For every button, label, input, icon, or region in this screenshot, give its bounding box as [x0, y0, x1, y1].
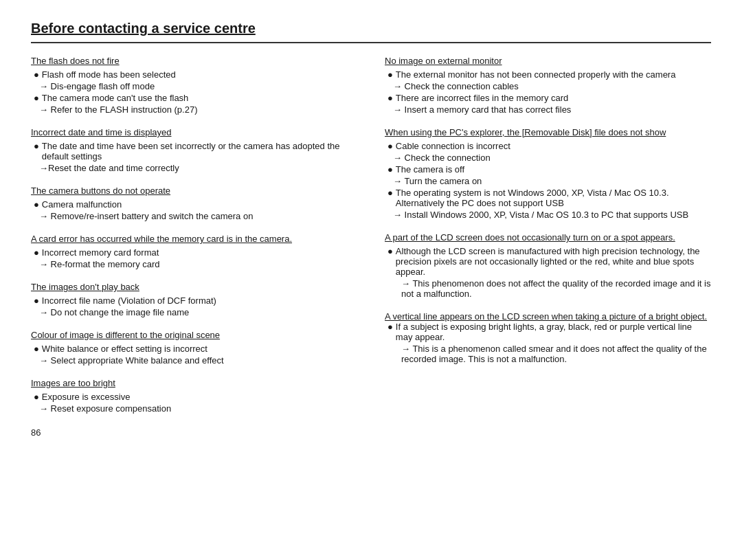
list-item: → Re-format the memory card	[31, 259, 357, 269]
item-text: Incorrect file name (Violation of DCF fo…	[42, 295, 216, 306]
item-text: The camera is off	[396, 164, 464, 175]
list-item: ●Flash off mode has been selected	[31, 69, 357, 80]
bright-title: Images are too bright	[31, 378, 357, 388]
section-colour: Colour of image is different to the orig…	[31, 330, 357, 366]
bullet-icon: ●	[387, 188, 393, 198]
item-text: Although the LCD screen is manufactured …	[396, 246, 711, 277]
section-playback: The images don't play back ●Incorrect fi…	[31, 282, 357, 317]
list-item: → Check the connection	[385, 153, 711, 163]
list-item: ●White balance or effect setting is inco…	[31, 344, 357, 354]
item-text: The operating system is not Windows 2000…	[396, 188, 711, 208]
item-text: → Remove/re-insert battery and switch th…	[39, 211, 253, 221]
list-item: → Insert a memory card that has correct …	[385, 104, 711, 115]
section-removable: When using the PC's explorer, the [Remov…	[385, 127, 711, 220]
bullet-icon: ●	[387, 141, 393, 151]
item-text: → This phenomenon does not affect the qu…	[401, 278, 710, 299]
card-error-title: A card error has occurred while the memo…	[31, 234, 357, 244]
bullet-icon: ●	[34, 344, 39, 354]
list-item: ●Camera malfunction	[31, 199, 357, 210]
list-item: ●The camera is off	[385, 164, 711, 175]
flash-title: The flash does not fire	[31, 56, 357, 66]
bullet-icon: ●	[34, 141, 39, 151]
list-item: ●Although the LCD screen is manufactured…	[385, 246, 711, 277]
list-item: ●Incorrect file name (Violation of DCF f…	[31, 295, 357, 306]
item-text: → Do not change the image file name	[39, 307, 189, 317]
item-text: → Turn the camera on	[393, 176, 482, 186]
list-item: → Refer to the FLASH instruction (p.27)	[31, 104, 357, 115]
bullet-icon: ●	[387, 69, 393, 80]
bullet-icon: ●	[387, 322, 393, 332]
page-number: 86	[31, 427, 357, 438]
bullet-icon: ●	[387, 246, 393, 256]
lcd-spot-title: A part of the LCD screen does not occasi…	[385, 232, 711, 243]
list-item: ●If a subject is exposing bright lights,…	[385, 322, 711, 342]
list-item: → Select appropriate White balance and e…	[31, 355, 357, 366]
item-text: Incorrect memory card format	[42, 247, 159, 258]
section-buttons: The camera buttons do not operate ●Camer…	[31, 186, 357, 221]
section-flash: The flash does not fire ●Flash off mode …	[31, 56, 357, 115]
list-item: ●The operating system is not Windows 200…	[385, 188, 711, 208]
list-item: ●The camera mode can't use the flash	[31, 93, 357, 103]
item-text: White balance or effect setting is incor…	[42, 344, 207, 354]
list-item: → This phenomenon does not affect the qu…	[385, 278, 711, 299]
item-text: → Dis-engage flash off mode	[39, 81, 155, 91]
list-item: ●The date and time have been set incorre…	[31, 141, 357, 161]
list-item: → Install Windows 2000, XP, Vista / Mac …	[385, 210, 711, 220]
bullet-icon: ●	[387, 164, 393, 175]
list-item: → This is a phenomenon called smear and …	[385, 344, 711, 364]
section-card-error: A card error has occurred while the memo…	[31, 234, 357, 269]
list-item: → Do not change the image file name	[31, 307, 357, 317]
item-text: → Check the connection	[393, 153, 491, 163]
item-text: Camera malfunction	[42, 199, 122, 210]
list-item: → Dis-engage flash off mode	[31, 81, 357, 91]
item-text: Exposure is excessive	[42, 392, 131, 402]
section-bright: Images are too bright ●Exposure is exces…	[31, 378, 357, 414]
section-vertical-line: A vertical line appears on the LCD scree…	[385, 311, 711, 364]
item-text: → Check the connection cables	[393, 81, 519, 91]
item-text: → Reset exposure compensation	[39, 403, 171, 414]
item-text: The camera mode can't use the flash	[42, 93, 188, 103]
left-column: The flash does not fire ●Flash off mode …	[31, 56, 357, 438]
list-item: → Reset exposure compensation	[31, 403, 357, 414]
bullet-icon: ●	[34, 295, 39, 306]
bullet-icon: ●	[34, 69, 39, 80]
item-text: Flash off mode has been selected	[42, 69, 176, 80]
list-item: ●Cable connection is incorrect	[385, 141, 711, 151]
playback-title: The images don't play back	[31, 282, 357, 292]
list-item: ●There are incorrect files in the memory…	[385, 93, 711, 103]
removable-title: When using the PC's explorer, the [Remov…	[385, 127, 711, 137]
item-text: Cable connection is incorrect	[396, 141, 510, 151]
right-column: No image on external monitor ●The extern…	[385, 56, 711, 438]
list-item: → Check the connection cables	[385, 81, 711, 91]
list-item: ●Incorrect memory card format	[31, 247, 357, 258]
colour-title: Colour of image is different to the orig…	[31, 330, 357, 340]
page-title: Before contacting a service centre	[31, 21, 711, 43]
list-item: → Turn the camera on	[385, 176, 711, 186]
buttons-title: The camera buttons do not operate	[31, 186, 357, 196]
item-text: → Install Windows 2000, XP, Vista / Mac …	[393, 210, 688, 220]
bullet-icon: ●	[34, 93, 39, 103]
bullet-icon: ●	[387, 93, 393, 103]
list-item: → Remove/re-insert battery and switch th…	[31, 211, 357, 221]
item-text: → Re-format the memory card	[39, 259, 160, 269]
item-text: There are incorrect files in the memory …	[396, 93, 568, 103]
bullet-icon: ●	[34, 247, 39, 258]
bullet-icon: ●	[34, 392, 39, 402]
item-text: The date and time have been set incorrec…	[42, 141, 357, 161]
section-no-image: No image on external monitor ●The extern…	[385, 56, 711, 115]
vertical-line-title: A vertical line appears on the LCD scree…	[385, 311, 707, 322]
list-item: ●Exposure is excessive	[31, 392, 357, 402]
item-text: → Insert a memory card that has correct …	[393, 104, 571, 115]
item-text: The external monitor has not been connec…	[396, 69, 676, 80]
section-lcd-spot: A part of the LCD screen does not occasi…	[385, 232, 711, 299]
item-text: → Select appropriate White balance and e…	[39, 355, 224, 366]
date-title: Incorrect date and time is displayed	[31, 127, 357, 137]
list-item: →Reset the date and time correctly	[31, 163, 357, 173]
no-image-title: No image on external monitor	[385, 56, 711, 66]
bullet-icon: ●	[34, 199, 39, 210]
item-text: →Reset the date and time correctly	[39, 163, 179, 173]
list-item: ●The external monitor has not been conne…	[385, 69, 711, 80]
item-text: → Refer to the FLASH instruction (p.27)	[39, 104, 197, 115]
item-text: If a subject is exposing bright lights, …	[396, 322, 711, 342]
item-text: → This is a phenomenon called smear and …	[401, 344, 707, 364]
